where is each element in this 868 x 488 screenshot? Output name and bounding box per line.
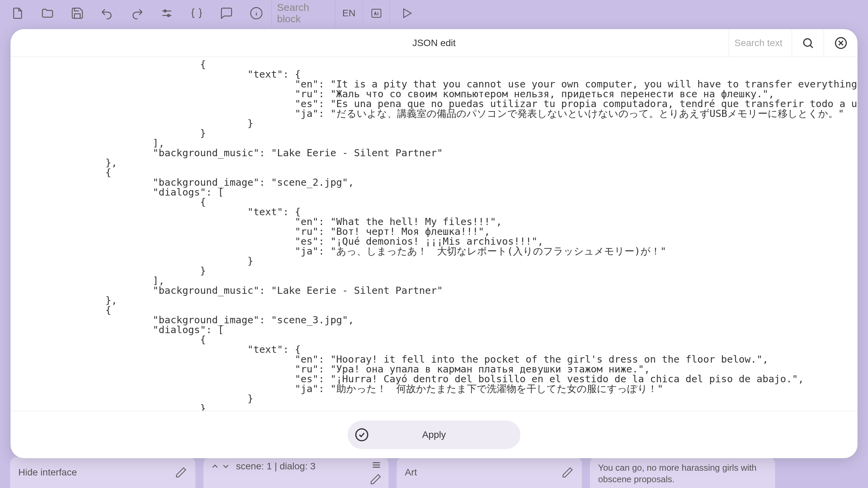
- apply-button[interactable]: Apply: [348, 421, 520, 449]
- json-editor-content[interactable]: { "text": { "en": "It is a pity that you…: [11, 57, 857, 411]
- apply-label: Apply: [376, 429, 520, 440]
- svg-point-17: [356, 429, 368, 441]
- search-icon[interactable]: [792, 29, 824, 57]
- close-icon[interactable]: [824, 29, 857, 57]
- check-icon: [348, 421, 376, 449]
- json-edit-modal-overlay: JSON edit Search text { "text": {: [0, 0, 868, 488]
- json-edit-modal: JSON edit Search text { "text": {: [11, 29, 857, 458]
- modal-footer: Apply: [11, 411, 857, 458]
- search-text-input[interactable]: Search text: [729, 29, 792, 57]
- modal-header: JSON edit Search text: [11, 29, 857, 57]
- modal-title: JSON edit: [412, 38, 456, 48]
- svg-line-13: [810, 45, 813, 48]
- svg-point-12: [804, 39, 811, 46]
